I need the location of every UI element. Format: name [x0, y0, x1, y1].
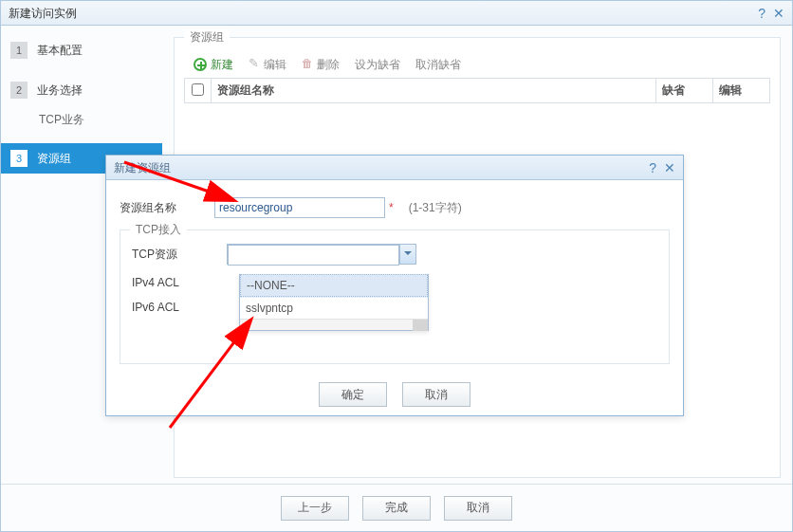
clear-default-label: 取消缺省	[415, 57, 461, 73]
dropdown-option-sslvpntcp[interactable]: sslvpntcp	[240, 297, 428, 319]
step-label: 基本配置	[37, 43, 83, 59]
resource-group-name-input[interactable]	[214, 197, 385, 218]
edit-label: 编辑	[264, 57, 286, 73]
name-label: 资源组名称	[120, 200, 214, 216]
ok-button[interactable]: 确定	[319, 382, 387, 407]
name-hint: (1-31字符)	[409, 200, 462, 216]
select-all-header[interactable]	[185, 79, 212, 103]
table-header-row: 资源组名称 缺省 编辑	[185, 79, 770, 103]
name-column-header[interactable]: 资源组名称	[212, 79, 656, 103]
step-basic-config[interactable]: 1 基本配置	[1, 35, 162, 65]
set-default-button[interactable]: 设为缺省	[349, 53, 406, 76]
dialog-footer: 确定 取消	[106, 374, 683, 415]
tcp-resource-dropdown[interactable]: --NONE-- sslvpntcp	[239, 274, 429, 331]
dialog-body: 资源组名称 * (1-31字符) TCP接入 TCP资源 IPv4 ACL	[106, 180, 683, 374]
plus-icon	[194, 58, 207, 71]
tcp-resource-label: TCP资源	[132, 247, 227, 263]
wizard-title: 新建访问实例	[9, 2, 77, 25]
delete-button[interactable]: 删除	[296, 53, 345, 76]
chevron-down-icon[interactable]	[399, 245, 415, 264]
prev-button[interactable]: 上一步	[281, 496, 349, 521]
default-column-header[interactable]: 缺省	[656, 79, 713, 103]
new-resource-group-dialog: 新建资源组 ? ✕ 资源组名称 * (1-31字符) TCP接入 TCP资源	[105, 155, 684, 416]
dialog-title: 新建资源组	[114, 156, 171, 179]
close-icon[interactable]: ✕	[664, 156, 675, 179]
close-icon[interactable]: ✕	[773, 2, 784, 25]
delete-label: 删除	[317, 57, 340, 73]
edit-column-header[interactable]: 编辑	[713, 79, 770, 103]
edit-icon	[249, 59, 260, 70]
box-legend: 资源组	[184, 29, 230, 46]
substep-tcp-service[interactable]: TCP业务	[1, 105, 162, 134]
cancel-button[interactable]: 取消	[444, 496, 512, 521]
ipv6-acl-label: IPv6 ACL	[132, 301, 227, 314]
set-default-label: 设为缺省	[355, 57, 400, 73]
name-row: 资源组名称 * (1-31字符)	[120, 197, 670, 218]
step-service-select[interactable]: 2 业务选择	[1, 75, 162, 105]
step-number: 1	[10, 42, 28, 59]
clear-default-button[interactable]: 取消缺省	[410, 53, 467, 76]
dropdown-option-none[interactable]: --NONE--	[240, 274, 428, 297]
cancel-button[interactable]: 取消	[402, 382, 470, 407]
tcp-resource-value[interactable]	[228, 245, 399, 266]
wizard-window: 新建访问实例 ? ✕ 1 基本配置 2 业务选择 TCP业务 3 资源组 资源组	[0, 0, 793, 532]
tcp-legend: TCP接入	[130, 222, 187, 238]
required-mark: *	[389, 201, 394, 214]
help-icon[interactable]: ?	[649, 156, 656, 179]
step-label: 业务选择	[37, 83, 83, 99]
scrollbar-thumb[interactable]	[413, 320, 428, 331]
finish-button[interactable]: 完成	[362, 496, 431, 521]
resource-toolbar: 新建 编辑 删除 设为缺省 取消缺省	[184, 51, 770, 78]
trash-icon	[302, 59, 313, 70]
edit-button[interactable]: 编辑	[243, 53, 292, 76]
wizard-titlebar: 新建访问实例 ? ✕	[1, 1, 792, 26]
tcp-resource-row: TCP资源	[132, 244, 657, 265]
select-all-checkbox[interactable]	[192, 83, 204, 96]
step-number: 3	[10, 150, 28, 167]
ipv4-acl-label: IPv4 ACL	[132, 276, 227, 289]
tcp-resource-select[interactable]	[227, 244, 416, 265]
step-number: 2	[10, 82, 28, 99]
new-button[interactable]: 新建	[188, 53, 239, 76]
new-label: 新建	[211, 57, 233, 73]
wizard-footer: 上一步 完成 取消	[1, 484, 792, 531]
dropdown-scrollbar[interactable]	[240, 319, 428, 330]
tcp-access-group: TCP接入 TCP资源 IPv4 ACL IPv6 ACL --NONE	[120, 229, 670, 364]
help-icon[interactable]: ?	[758, 2, 765, 25]
step-label: 资源组	[37, 151, 71, 167]
resource-table: 资源组名称 缺省 编辑	[184, 78, 770, 103]
dialog-titlebar: 新建资源组 ? ✕	[106, 156, 683, 180]
